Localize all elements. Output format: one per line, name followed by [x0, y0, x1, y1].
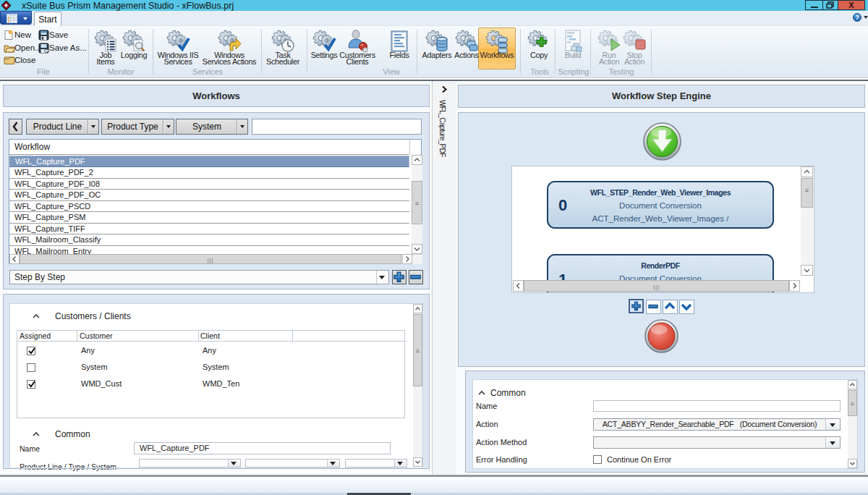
svg-text:?: ? [855, 14, 859, 21]
